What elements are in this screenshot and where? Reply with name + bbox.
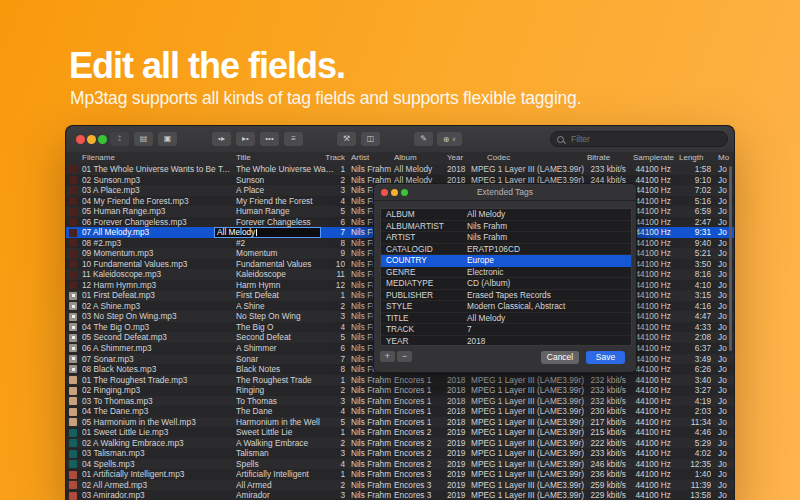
- tag-field-row[interactable]: ALBUMAll Melody: [381, 209, 631, 221]
- tag-field-value: Modern Classical, Abstract: [467, 301, 565, 311]
- cell-track: 4: [312, 196, 345, 207]
- cell-file: 12 Harm Hymn.mp3: [82, 280, 234, 291]
- vertical-scrollbar[interactable]: [729, 166, 732, 351]
- cell-samplerate: 44100 Hz: [615, 459, 671, 470]
- tag-field-row[interactable]: CATALOGIDERATP106CD: [381, 244, 631, 256]
- tag-field-row[interactable]: MEDIATYPECD (Album): [381, 278, 631, 290]
- table-row[interactable]: 02 All Armed.mp3All Armed2Nils FrahmEnco…: [66, 480, 734, 491]
- table-row[interactable]: 01 Artificially Intelligent.mp3Artificia…: [66, 469, 734, 480]
- table-row[interactable]: 03 To Thomas.mp3To Thomas3Nils FrahmEnco…: [66, 396, 734, 407]
- cell-file: 01 First Defeat.mp3: [82, 290, 234, 301]
- column-header-bitrate[interactable]: Bitrate: [587, 152, 631, 164]
- cell-file: 02 A Walking Embrace.mp3: [82, 438, 234, 449]
- cell-length: 8:16: [666, 269, 711, 280]
- text-caret: [256, 229, 257, 236]
- web-archive-button[interactable]: ◫: [361, 132, 380, 146]
- cell-track: 1: [312, 427, 345, 438]
- cell-album: Encores 2: [394, 459, 446, 470]
- change-directory-button[interactable]: ▣: [158, 132, 177, 146]
- open-folder-button[interactable]: ▤: [134, 132, 153, 146]
- file-to-tag-icon: ▸•: [242, 134, 249, 143]
- album-art-icon: [69, 429, 77, 437]
- column-header-mode[interactable]: Mo: [718, 152, 734, 164]
- cell-file: 03 Amirador.mp3: [82, 490, 234, 500]
- change-directory-icon: ▣: [164, 134, 172, 143]
- web-sources-button[interactable]: ⊕ ∨: [437, 132, 462, 146]
- dialog-zoom-button[interactable]: [401, 189, 408, 196]
- cell-length: 3:49: [666, 354, 711, 365]
- column-header-track[interactable]: Track: [312, 152, 345, 164]
- cell-track: 9: [312, 248, 345, 259]
- tag-field-row[interactable]: ARTISTNils Frahm: [381, 232, 631, 244]
- cell-length: 6:26: [666, 364, 711, 375]
- column-header-samplerate[interactable]: Samplerate: [633, 152, 677, 164]
- table-row[interactable]: 01 The Whole Universe Wants to Be Touche…: [66, 164, 734, 175]
- zoom-window-button[interactable]: [98, 135, 107, 144]
- cell-length: 3:40: [666, 375, 711, 386]
- cell-track: 2: [312, 480, 345, 491]
- cell-file: 11 Kaleidoscope.mp3: [82, 269, 234, 280]
- cell-mode: Jo: [718, 448, 734, 459]
- column-header-artist[interactable]: Artist: [351, 152, 395, 164]
- tag-field-row[interactable]: ALBUMARTISTNils Frahm: [381, 221, 631, 233]
- table-row[interactable]: 02 A Walking Embrace.mp3A Walking Embrac…: [66, 438, 734, 449]
- album-art-icon: [69, 271, 77, 279]
- table-row[interactable]: 01 The Roughest Trade.mp3The Roughest Tr…: [66, 375, 734, 386]
- album-art-icon: [69, 313, 77, 321]
- filter-input[interactable]: [569, 133, 723, 145]
- table-row[interactable]: 04 The Dane.mp3The Dane4Nils FrahmEncore…: [66, 406, 734, 417]
- cell-length: 2:03: [666, 406, 711, 417]
- table-row[interactable]: 01 Sweet Little Lie.mp3Sweet Little Lie1…: [66, 427, 734, 438]
- column-header-codec[interactable]: Codec: [487, 152, 587, 164]
- tag-to-file-button[interactable]: •▸: [212, 132, 231, 146]
- tracklist-button[interactable]: ≡: [284, 132, 303, 146]
- cell-length: 9:10: [666, 175, 711, 186]
- column-header-year[interactable]: Year: [447, 152, 485, 164]
- tag-field-row[interactable]: STYLEModern Classical, Abstract: [381, 301, 631, 313]
- tag-field-row[interactable]: GENREElectronic: [381, 267, 631, 279]
- add-field-button[interactable]: +: [380, 351, 395, 362]
- save-tag-button[interactable]: ↥: [110, 132, 129, 146]
- tag-field-row[interactable]: TITLEAll Melody: [381, 313, 631, 325]
- more-actions-button[interactable]: •••: [260, 132, 279, 146]
- album-art-icon: [69, 323, 77, 331]
- hero-title: Edit all the fields.: [69, 45, 345, 87]
- column-header-album[interactable]: Album: [394, 152, 444, 164]
- title-edit-input[interactable]: All Melody: [214, 227, 321, 238]
- album-art-icon: [69, 208, 77, 216]
- table-row[interactable]: 05 Harmonium in the Well.mp3Harmonium in…: [66, 417, 734, 428]
- dialog-minimize-button[interactable]: [391, 189, 398, 196]
- cell-length: 4:47: [666, 311, 711, 322]
- compose-button[interactable]: ✎: [414, 132, 433, 146]
- column-header-file[interactable]: Filename: [82, 152, 232, 164]
- cancel-button[interactable]: Cancel: [541, 351, 579, 364]
- cell-artist: Nils Frahm: [351, 490, 395, 500]
- tag-field-row[interactable]: TRACK7: [381, 324, 631, 336]
- cell-artist: Nils Frahm: [351, 417, 395, 428]
- tag-field-value: All Melody: [467, 209, 505, 219]
- column-header-length[interactable]: Length: [679, 152, 713, 164]
- actions-button[interactable]: ⚒: [337, 132, 356, 146]
- dialog-close-button[interactable]: [381, 189, 388, 196]
- table-row[interactable]: 02 Ringing.mp3Ringing2Nils FrahmEncores …: [66, 385, 734, 396]
- cell-length: 7:02: [666, 185, 711, 196]
- cell-length: 4:16: [666, 301, 711, 312]
- cell-track: 3: [312, 311, 345, 322]
- tag-field-row[interactable]: YEAR2018: [381, 336, 631, 347]
- tag-field-row[interactable]: PUBLISHERErased Tapes Records: [381, 290, 631, 302]
- cell-album: Encores 3: [394, 490, 446, 500]
- table-row[interactable]: 03 Amirador.mp3Amirador3Nils FrahmEncore…: [66, 490, 734, 500]
- cell-file: 01 The Whole Universe Wants to Be Touche…: [82, 164, 234, 175]
- tag-field-row[interactable]: COUNTRYEurope: [381, 255, 631, 267]
- remove-field-button[interactable]: −: [397, 351, 412, 362]
- file-to-tag-button[interactable]: ▸•: [236, 132, 255, 146]
- close-window-button[interactable]: [76, 135, 85, 144]
- cell-samplerate: 44100 Hz: [615, 480, 671, 491]
- minimize-window-button[interactable]: [87, 135, 96, 144]
- cell-samplerate: 44100 Hz: [615, 406, 671, 417]
- cell-file: 04 The Big O.mp3: [82, 322, 234, 333]
- save-button[interactable]: Save: [586, 351, 625, 364]
- table-row[interactable]: 03 Talisman.mp3Talisman3Nils FrahmEncore…: [66, 448, 734, 459]
- table-row[interactable]: 04 Spells.mp3Spells4Nils FrahmEncores 22…: [66, 459, 734, 470]
- cell-length: 1:40: [666, 469, 711, 480]
